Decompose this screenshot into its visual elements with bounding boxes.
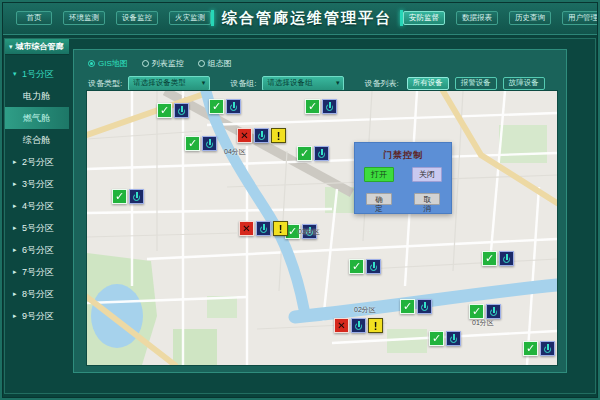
caret-down-icon: ▾ (202, 79, 206, 87)
warning-icon: ! (273, 221, 288, 236)
view-mode-radio[interactable]: GIS地图 (88, 58, 128, 69)
chevron-right-icon: ▸ (13, 268, 19, 276)
device-list-button[interactable]: 故障设备 (503, 77, 545, 90)
chevron-right-icon: ▸ (13, 312, 19, 320)
sidebar-item[interactable]: 燃气舱 (5, 107, 69, 129)
power-icon (486, 304, 501, 319)
door-close-button[interactable]: 关闭 (412, 167, 442, 182)
device-marker-ok[interactable]: ✓ (349, 259, 381, 274)
device-marker-ok[interactable]: ✓ (157, 103, 189, 118)
sidebar-item[interactable]: ▸4号分区 (5, 195, 69, 217)
zone-label: 02分区 (354, 305, 376, 315)
device-list-label: 设备列表: (364, 78, 398, 89)
device-group-select[interactable]: 请选择设备组 ▾ (262, 76, 344, 91)
sidebar-item-label: 3号分区 (22, 178, 54, 191)
power-icon (322, 99, 337, 114)
device-marker-alarm[interactable]: ✕! (237, 128, 286, 143)
nav-left: 首页环境监测设备监控火灾监测 (16, 11, 211, 25)
status-ok-icon: ✓ (305, 99, 320, 114)
sidebar-item[interactable]: ▸6号分区 (5, 239, 69, 261)
view-mode-label: 组态图 (208, 58, 232, 69)
power-icon (351, 318, 366, 333)
nav-button[interactable]: 历史查询 (509, 11, 551, 25)
status-ok-icon: ✓ (112, 189, 127, 204)
device-marker-alarm[interactable]: ✕! (334, 318, 383, 333)
door-open-button[interactable]: 打开 (364, 167, 394, 182)
device-marker-ok[interactable]: ✓ (400, 299, 432, 314)
chevron-right-icon: ▸ (13, 246, 19, 254)
title-accent-bar (211, 10, 214, 26)
status-ok-icon: ✓ (400, 299, 415, 314)
nav-button[interactable]: 设备监控 (116, 11, 158, 25)
sidebar-root-node[interactable]: ▾ 城市综合管廊 (5, 39, 69, 55)
device-list-button[interactable]: 所有设备 (407, 77, 449, 90)
view-mode-radio[interactable]: 列表监控 (142, 58, 184, 69)
sidebar-item[interactable]: ▾1号分区 (5, 63, 69, 85)
nav-right: 安防监督数据报表历史查询用户管理 (403, 11, 600, 25)
page-title: 综合管廊运维管理平台 (222, 9, 392, 28)
device-type-select[interactable]: 请选择设备类型 ▾ (128, 76, 210, 91)
sidebar-root-label: 城市综合管廊 (16, 41, 64, 52)
radio-icon (88, 60, 95, 67)
device-marker-alarm[interactable]: ✕! (239, 221, 288, 236)
sidebar-item-label: 9号分区 (22, 310, 54, 323)
device-marker-ok[interactable]: ✓ (297, 146, 329, 161)
status-ok-icon: ✓ (185, 136, 200, 151)
cancel-button[interactable]: 取消 (414, 193, 440, 205)
sidebar-item-label: 6号分区 (22, 244, 54, 257)
radio-icon (198, 60, 205, 67)
sidebar-item[interactable]: ▸8号分区 (5, 283, 69, 305)
caret-down-icon: ▾ (336, 79, 340, 87)
sidebar-item[interactable]: ▸2号分区 (5, 151, 69, 173)
nav-button[interactable]: 环境监测 (63, 11, 105, 25)
confirm-button[interactable]: 确定 (366, 193, 392, 205)
device-marker-ok[interactable]: ✓ (185, 136, 217, 151)
power-icon (366, 259, 381, 274)
view-mode-label: GIS地图 (98, 58, 128, 69)
sidebar-item-label: 7号分区 (22, 266, 54, 279)
power-icon (174, 103, 189, 118)
device-marker-ok[interactable]: ✓ (469, 304, 501, 319)
status-alarm-icon: ✕ (237, 128, 252, 143)
gis-map[interactable]: 门禁控制 打开 关闭 确定 取消 ✓✓✓✓✓✓✓✓✓✓✓✓✓✕!✕!✕!04分区… (86, 90, 558, 366)
nav-button[interactable]: 首页 (16, 11, 52, 25)
sidebar-item[interactable]: 综合舱 (5, 129, 69, 151)
device-group-value: 请选择设备组 (267, 78, 312, 88)
device-marker-ok[interactable]: ✓ (523, 341, 555, 356)
sidebar-item-label: 2号分区 (22, 156, 54, 169)
power-icon (499, 251, 514, 266)
zone-label: 01分区 (472, 318, 494, 328)
device-marker-ok[interactable]: ✓ (482, 251, 514, 266)
device-marker-ok[interactable]: ✓ (305, 99, 337, 114)
sidebar-item[interactable]: ▸9号分区 (5, 305, 69, 327)
nav-button[interactable]: 火灾监测 (169, 11, 211, 25)
warning-icon: ! (368, 318, 383, 333)
workspace: ▾ 城市综合管廊 ▾1号分区电力舱燃气舱综合舱▸2号分区▸3号分区▸4号分区▸5… (4, 38, 596, 394)
chevron-right-icon: ▸ (13, 224, 19, 232)
status-alarm-icon: ✕ (239, 221, 254, 236)
chevron-right-icon: ▸ (13, 180, 19, 188)
sidebar-item[interactable]: ▸7号分区 (5, 261, 69, 283)
device-type-value: 请选择设备类型 (133, 78, 186, 88)
power-icon (254, 128, 269, 143)
chevron-right-icon: ▸ (13, 290, 19, 298)
status-alarm-icon: ✕ (334, 318, 349, 333)
radio-icon (142, 60, 149, 67)
power-icon (256, 221, 271, 236)
device-marker-ok[interactable]: ✓ (112, 189, 144, 204)
nav-button[interactable]: 数据报表 (456, 11, 498, 25)
device-marker-ok[interactable]: ✓ (429, 331, 461, 346)
sidebar-item[interactable]: ▸3号分区 (5, 173, 69, 195)
sidebar-item[interactable]: 电力舱 (5, 85, 69, 107)
popup-confirm-row: 确定 取消 (355, 193, 451, 205)
chevron-down-icon: ▾ (13, 70, 19, 78)
nav-button[interactable]: 用户管理 (562, 11, 600, 25)
device-marker-ok[interactable]: ✓ (209, 99, 241, 114)
device-list-button[interactable]: 报警设备 (455, 77, 497, 90)
nav-button[interactable]: 安防监督 (403, 11, 445, 25)
content-panel: GIS地图列表监控组态图 设备类型: 请选择设备类型 ▾ 设备组: 请选择设备组… (73, 49, 567, 373)
sidebar-item[interactable]: ▸5号分区 (5, 217, 69, 239)
chevron-right-icon: ▸ (13, 158, 19, 166)
view-mode-radio[interactable]: 组态图 (198, 58, 232, 69)
sidebar-item-label: 8号分区 (22, 288, 54, 301)
